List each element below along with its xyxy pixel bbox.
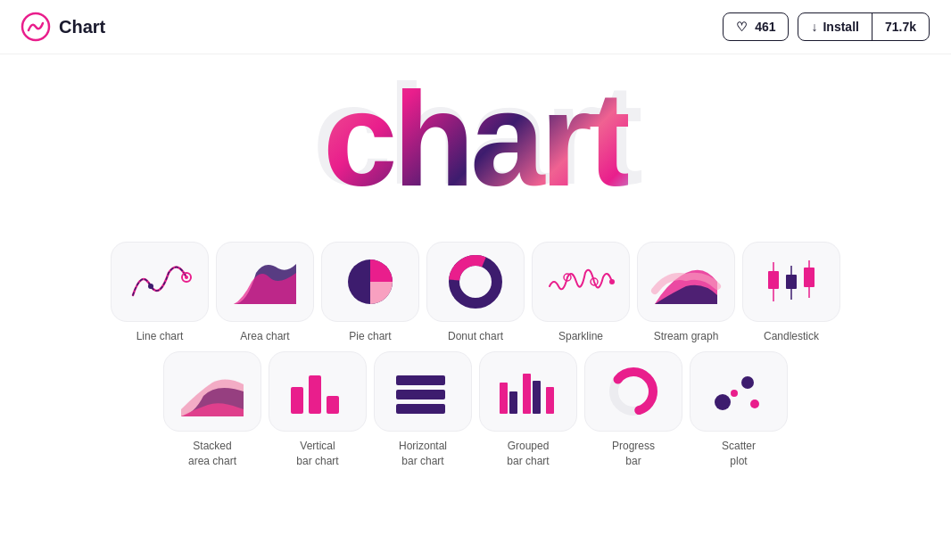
chart-card-candlestick[interactable]: Candlestick	[742, 242, 840, 344]
svg-rect-19	[396, 375, 445, 385]
chart-label-sparkline: Sparkline	[558, 329, 603, 344]
chart-icon-donut	[426, 242, 525, 322]
chart-label-area: Area chart	[240, 329, 289, 344]
chart-card-line[interactable]: Line chart	[111, 242, 209, 344]
app-title: Chart	[59, 17, 105, 37]
chart-icon-progress-bar	[584, 351, 682, 432]
chart-card-stream[interactable]: Stream graph	[637, 242, 735, 344]
chart-label-horizontal-bar: Horizontalbar chart	[399, 439, 447, 469]
svg-rect-13	[786, 275, 797, 289]
svg-rect-23	[509, 391, 517, 414]
install-count: 71.7k	[872, 13, 929, 40]
charts-row-2: Stackedarea chart Verticalbar chart	[71, 351, 880, 469]
chart-icon-grouped-bar	[479, 351, 577, 432]
svg-rect-26	[546, 387, 554, 414]
svg-rect-16	[291, 387, 303, 414]
install-label: Install	[823, 20, 858, 34]
hero-main-text: chart	[323, 72, 628, 206]
svg-rect-22	[500, 383, 508, 414]
app-header: Chart ♡ 461 ↓ Install 71.7k	[0, 0, 951, 54]
svg-rect-11	[768, 271, 779, 289]
svg-point-30	[741, 376, 754, 389]
svg-point-29	[715, 394, 731, 410]
chart-label-pie: Pie chart	[349, 329, 391, 344]
svg-point-3	[148, 284, 153, 289]
chart-card-pie[interactable]: Pie chart	[321, 242, 419, 344]
heart-icon: ♡	[736, 20, 748, 34]
chart-icon-sparkline	[532, 242, 630, 322]
download-icon: ↓	[811, 20, 817, 34]
app-logo-icon	[21, 12, 50, 41]
charts-section: Line chart Area chart Pie chart	[0, 233, 951, 493]
like-count: 461	[755, 20, 775, 34]
chart-label-grouped-bar: Groupedbar chart	[507, 439, 549, 469]
chart-icon-stacked-area	[163, 351, 261, 432]
svg-point-32	[731, 390, 738, 397]
chart-icon-vertical-bar	[269, 351, 367, 432]
svg-rect-24	[523, 374, 531, 414]
svg-rect-21	[396, 404, 445, 414]
svg-point-2	[185, 276, 188, 279]
svg-point-9	[609, 279, 615, 284]
svg-rect-18	[327, 396, 339, 414]
chart-card-scatter[interactable]: Scatterplot	[690, 351, 788, 469]
chart-icon-horizontal-bar	[374, 351, 472, 432]
charts-row-1: Line chart Area chart Pie chart	[71, 242, 880, 344]
chart-label-donut: Donut chart	[448, 329, 503, 344]
chart-label-candlestick: Candlestick	[764, 329, 819, 344]
chart-label-vertical-bar: Verticalbar chart	[296, 439, 338, 469]
svg-rect-17	[309, 375, 321, 414]
chart-icon-scatter	[690, 351, 788, 432]
chart-card-donut[interactable]: Donut chart	[426, 242, 525, 344]
chart-label-line: Line chart	[136, 329, 184, 344]
chart-label-stacked-area: Stackedarea chart	[188, 439, 236, 469]
chart-label-scatter: Scatterplot	[722, 439, 756, 469]
chart-icon-area	[216, 242, 314, 322]
chart-card-grouped-bar[interactable]: Groupedbar chart	[479, 351, 577, 469]
svg-rect-25	[533, 381, 541, 414]
chart-label-stream: Stream graph	[654, 329, 719, 344]
chart-card-area[interactable]: Area chart	[216, 242, 314, 344]
install-button[interactable]: ↓ Install 71.7k	[798, 12, 930, 41]
logo-area: Chart	[21, 12, 723, 41]
chart-icon-stream	[637, 242, 735, 322]
like-button[interactable]: ♡ 461	[723, 12, 789, 41]
chart-icon-line	[111, 242, 209, 322]
chart-card-sparkline[interactable]: Sparkline	[532, 242, 630, 344]
chart-icon-candlestick	[742, 242, 840, 322]
chart-card-vertical-bar[interactable]: Verticalbar chart	[269, 351, 367, 469]
header-actions: ♡ 461 ↓ Install 71.7k	[723, 12, 930, 41]
chart-card-stacked-area[interactable]: Stackedarea chart	[163, 351, 261, 469]
chart-card-progress-bar[interactable]: Progressbar	[584, 351, 682, 469]
install-button-left: ↓ Install	[798, 13, 872, 40]
chart-icon-pie	[321, 242, 419, 322]
chart-label-progress-bar: Progressbar	[612, 439, 655, 469]
svg-rect-15	[804, 268, 815, 287]
chart-card-horizontal-bar[interactable]: Horizontalbar chart	[374, 351, 472, 469]
svg-point-31	[750, 399, 759, 408]
svg-rect-20	[396, 390, 445, 399]
hero-section: chart chart	[0, 54, 951, 233]
